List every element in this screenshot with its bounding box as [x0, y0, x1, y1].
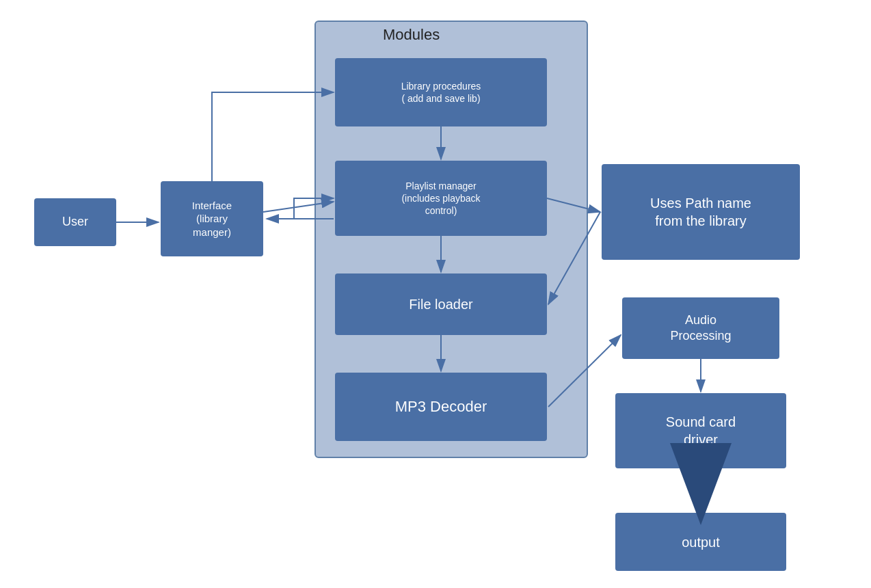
interface-box: Interface (library manger) — [161, 181, 263, 256]
uses-path-box: Uses Path name from the library — [602, 164, 800, 260]
file-loader-box: File loader — [335, 273, 547, 335]
audio-processing-box: Audio Processing — [622, 297, 779, 359]
user-box: User — [34, 198, 116, 246]
sound-card-driver-box: Sound card driver — [615, 393, 786, 468]
library-procedures-box: Library procedures ( add and save lib) — [335, 58, 547, 126]
mp3-decoder-box: MP3 Decoder — [335, 373, 547, 441]
output-box: output — [615, 513, 786, 571]
diagram-container: Modules User Interface (library manger) … — [0, 0, 871, 588]
playlist-manager-box: Playlist manager (includes playback cont… — [335, 161, 547, 236]
modules-title: Modules — [383, 26, 440, 44]
